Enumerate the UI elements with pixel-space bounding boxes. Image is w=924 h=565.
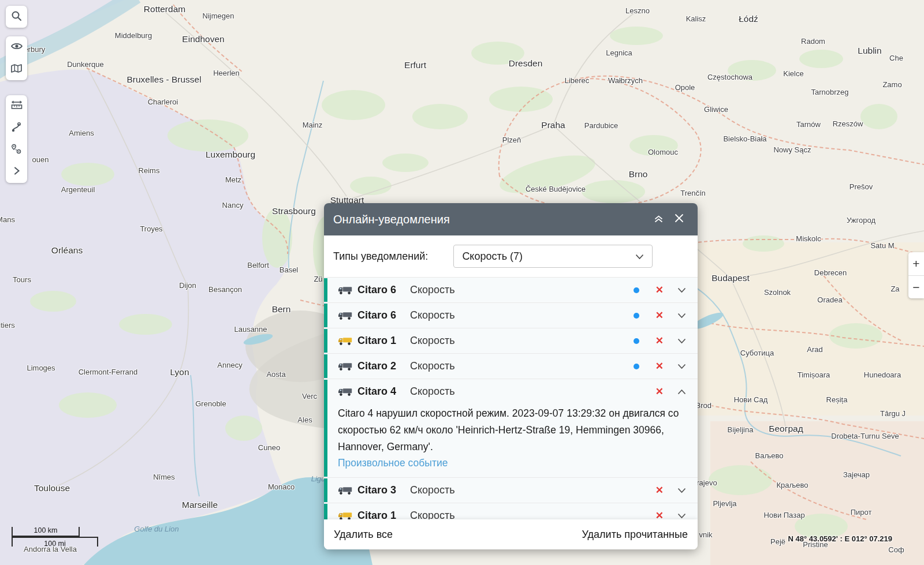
close-button[interactable] [669,209,690,230]
delete-notification-button[interactable]: ✕ [655,285,664,295]
expand-chevron-button[interactable] [677,488,686,493]
toolbar-view-group [6,36,27,80]
map-city-label: rajevo [696,478,717,487]
unit-name: Citaro 2 [357,360,410,372]
delete-notification-button[interactable]: ✕ [655,310,664,320]
expand-chevron-button[interactable] [677,389,686,395]
map-city-label: Kalisz [686,14,706,23]
delete-notification-button[interactable]: ✕ [655,511,664,519]
map-city-label: Београд [769,424,803,434]
map-city-label: Trenčín [680,189,706,197]
filter-label: Типы уведомлений: [333,250,428,263]
map-city-label: Tarnów [796,120,821,129]
zoom-in-button[interactable]: + [908,252,924,275]
map-city-label: Târgu J [880,409,906,418]
map-city-label: Zü [314,275,322,283]
map-city-label: Ligu [311,474,326,483]
map-city-label: Суботица [740,349,774,357]
notification-row[interactable]: Citaro 1 Скорость ✕ [324,328,698,354]
map-city-label: Eindhoven [182,34,224,44]
notification-row-head: Citaro 3 Скорость ✕ [324,478,698,503]
map-city-label: Belfort [247,261,269,270]
expand-chevron-button[interactable] [677,338,686,344]
map-city-label: Prešov [850,182,873,191]
map-city-label: Miskolc [796,234,821,243]
map-city-label: Middelburg [115,31,152,40]
map-city-label: Che [889,54,903,62]
map-city-label: Budapest [711,273,750,283]
markers-button[interactable] [6,139,27,161]
delete-notification-button[interactable]: ✕ [655,485,664,495]
visibility-button[interactable] [6,36,27,58]
map-city-label: Orléans [51,245,83,256]
delete-notification-button[interactable]: ✕ [655,336,664,346]
search-icon [11,10,22,24]
map-city-label: Erfurt [404,60,426,70]
notification-row[interactable]: Citaro 6 Скорость ✕ [324,278,698,303]
map-city-label: Lausanne [234,325,267,334]
map-city-label: Rzeszów [833,119,863,128]
map-city-label: Bruxelles - Brussel [126,74,201,85]
expand-toolbar-button[interactable] [6,161,27,183]
notification-accent-bar [324,304,327,327]
selected-notification-type: Скорость (7) [462,250,523,263]
notification-row[interactable]: Citaro 3 Скорость ✕ [324,478,698,503]
map-city-label: Nowy Sącz [773,145,811,154]
map-city-label: Timișoara [798,371,830,379]
route-icon [11,122,22,134]
custom-event-link[interactable]: Произвольное событие [338,457,448,469]
map-city-label: Verc [302,392,317,401]
measure-button[interactable] [6,95,27,117]
map-city-label: Lublin [858,46,881,56]
map-city-label: Za [891,285,899,293]
map-city-label: Zamo [882,80,901,89]
notification-row-head: Citaro 6 Скорость ✕ [324,303,698,328]
notification-type-select[interactable]: Скорость (7) [453,245,653,268]
expand-chevron-button[interactable] [677,287,686,293]
notification-row[interactable]: Citaro 4 Скорость ✕ Citaro 4 нарушил ско… [324,379,698,478]
routing-button[interactable] [6,117,27,139]
notification-row[interactable]: Citaro 2 Скорость ✕ [324,354,698,379]
zoom-out-button[interactable]: − [908,275,924,298]
map-city-label: Пирот [851,508,872,517]
map-city-label: Ужгород [847,216,875,224]
notification-accent-bar [324,504,327,519]
map-city-label: Plzeň [502,136,521,144]
notification-type: Скорость [410,386,455,398]
map-city-label: Pljevlja [713,499,736,508]
map-city-label: Satu M [870,241,894,250]
map-city-label: Pejë [770,537,785,546]
map-city-label: Praha [541,120,565,130]
map-city-label: Amiens [69,129,94,137]
map-city-label: Olomouc [648,148,678,156]
search-button[interactable] [6,6,27,28]
markers-icon [11,144,22,157]
unread-indicator [634,364,639,369]
notification-type: Скорость [410,360,455,372]
map-city-label: Heerlen [213,69,240,77]
map-city-label: Mans [0,215,15,224]
delete-all-button[interactable]: Удалить все [334,529,393,541]
notification-type: Скорость [410,284,455,296]
map-city-label: Łódź [739,14,758,24]
map-city-label: Limoges [27,364,55,372]
expand-chevron-button[interactable] [677,364,686,369]
notification-row-head: Citaro 1 Скорость ✕ [324,503,698,519]
delete-notification-button[interactable]: ✕ [655,361,664,371]
notification-row[interactable]: Citaro 6 Скорость ✕ [324,303,698,328]
collapse-button[interactable] [648,209,669,230]
notification-row[interactable]: Citaro 1 Скорость ✕ [324,503,698,519]
expand-chevron-button[interactable] [677,513,686,519]
scale-mi-label: 100 mi [12,537,98,547]
map-city-label: Legnica [606,48,632,57]
coordinates-display: N 48° 43.0592' : E 012° 07.219 [788,534,892,543]
expand-chevron-button[interactable] [677,313,686,319]
map-city-label: Reșița [826,395,848,404]
map-city-label: Нови Пазар [763,511,804,519]
delete-notification-button[interactable]: ✕ [655,387,664,396]
map-city-label: Strasbourg [272,206,316,216]
map-layers-button[interactable] [6,58,27,80]
notification-accent-bar [324,354,327,378]
notification-type: Скорость [410,309,455,321]
delete-read-button[interactable]: Удалить прочитанные [582,529,688,541]
